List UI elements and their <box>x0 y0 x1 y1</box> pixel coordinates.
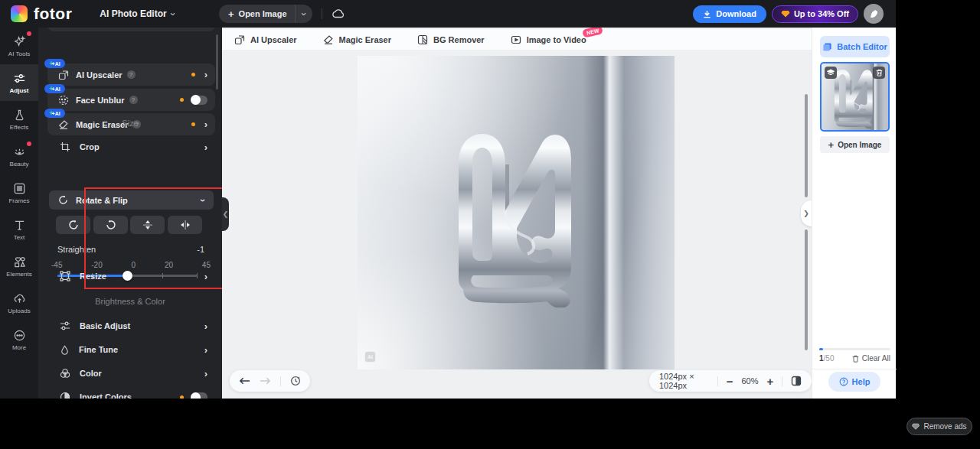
toolbar-bg-remover[interactable]: BG Remover <box>417 34 485 45</box>
download-icon <box>703 10 711 18</box>
sidebar-item-adjust[interactable]: Adjust <box>0 64 38 101</box>
upgrade-promo-button[interactable]: Up to 34% Off <box>772 5 858 23</box>
undo-button[interactable] <box>239 376 250 386</box>
row-label: Resize <box>80 272 106 281</box>
open-image-button[interactable]: + Open Image › <box>219 5 312 23</box>
invert-colors-toggle[interactable] <box>191 392 207 399</box>
panel-scrollbar[interactable] <box>216 34 218 89</box>
toggle-knob <box>191 95 201 105</box>
face-unblur-row[interactable]: Face Unblur ? <box>47 89 215 111</box>
batch-editor-label: Batch Editor <box>837 42 887 51</box>
question-icon <box>839 377 848 386</box>
invert-colors-row[interactable]: Invert Colors <box>47 387 215 399</box>
toolbar-ai-upscaler[interactable]: AI Upscaler <box>234 34 297 45</box>
clear-all-label: Clear All <box>862 354 890 363</box>
sidebar-item-beauty[interactable]: Beauty <box>0 138 38 174</box>
crop-row[interactable]: Crop › <box>47 137 215 157</box>
sidebar-item-frames[interactable]: Frames <box>0 174 38 211</box>
brightness-color-header: Brightness & Color <box>38 297 222 306</box>
rotate-flip-header[interactable]: Rotate & Flip › <box>49 190 214 210</box>
row-label: Face Unblur <box>76 96 125 105</box>
fine-tune-row[interactable]: Fine Tune › <box>47 340 215 360</box>
sidebar-item-effects[interactable]: Effects <box>0 101 38 138</box>
open-image-secondary-button[interactable]: + Open Image <box>820 136 890 153</box>
layers-badge-icon[interactable] <box>825 67 837 79</box>
face-unblur-toggle[interactable] <box>191 96 207 105</box>
download-button[interactable]: Download <box>693 5 766 23</box>
resize-icon <box>60 271 70 281</box>
uploads-cloud-icon <box>13 292 26 305</box>
open-image-dropdown-arrow[interactable]: › <box>296 5 312 23</box>
zoom-out-button[interactable]: − <box>727 376 733 387</box>
toolbar-image-to-video[interactable]: Image to Video NEW <box>511 34 586 45</box>
rotate-ccw-button[interactable] <box>93 216 128 234</box>
quota-row: 1 /50 Clear All <box>819 354 890 363</box>
batch-editor-button[interactable]: Batch Editor <box>820 36 890 57</box>
toolbar-magic-eraser[interactable]: Magic Eraser <box>323 34 391 45</box>
sliders-icon <box>60 320 70 331</box>
help-icon[interactable]: ? <box>127 70 136 79</box>
redo-button[interactable] <box>260 376 271 386</box>
more-icon <box>13 329 26 342</box>
fotor-logo-icon[interactable] <box>11 5 28 22</box>
canvas-image[interactable]: AI <box>358 56 675 369</box>
chevron-down-icon: › <box>167 12 178 15</box>
help-button[interactable]: Help <box>828 372 880 392</box>
toolbar-label: Image to Video <box>527 35 586 44</box>
sidebar-item-text[interactable]: Text <box>0 211 38 248</box>
sidebar-label: More <box>12 344 26 351</box>
color-row[interactable]: Color › <box>47 363 215 383</box>
premium-dot <box>180 98 184 102</box>
app-menu-dropdown[interactable]: AI Photo Editor › <box>100 8 175 20</box>
help-label: Help <box>852 377 871 386</box>
text-icon <box>13 219 26 232</box>
delete-image-icon[interactable] <box>873 67 885 79</box>
brand-wordmark[interactable]: fotor <box>34 5 72 23</box>
row-label: AI Upscaler <box>76 70 122 80</box>
rotate-cw-button[interactable] <box>56 216 90 234</box>
image-thumbnail[interactable] <box>820 62 890 132</box>
ai-watermark: AI <box>364 351 376 363</box>
sidebar-item-ai-tools[interactable]: AI Tools <box>0 28 38 64</box>
open-image-label: Open Image <box>239 9 287 18</box>
scrolled-row-remnant <box>47 28 215 31</box>
invert-circle-icon <box>60 392 70 399</box>
row-label: Invert Colors <box>80 392 132 399</box>
sidebar-label: Text <box>14 234 25 241</box>
toolbar-label: Magic Eraser <box>339 35 391 44</box>
panel-collapse-handle[interactable]: ❮ <box>222 197 229 231</box>
sidebar-label: Elements <box>6 271 31 278</box>
zoom-level: 60% <box>741 376 758 386</box>
zoom-in-button[interactable]: + <box>766 376 773 387</box>
bg-remover-icon <box>417 34 428 45</box>
clear-all-button[interactable]: Clear All <box>852 354 890 363</box>
flip-horizontal-button[interactable] <box>168 216 202 234</box>
adjust-sliders-icon <box>13 72 26 85</box>
left-sidebar: AI Tools Adjust Effects Beauty Frames <box>0 28 38 399</box>
upscale-icon <box>58 70 69 80</box>
basic-adjust-row[interactable]: Basic Adjust › <box>47 316 215 336</box>
download-label: Download <box>716 9 756 18</box>
remove-ads-button[interactable]: Remove ads <box>906 418 972 435</box>
canvas-toolbar: AI Upscaler Magic Eraser BG Remover Imag… <box>222 29 812 50</box>
flip-vertical-button[interactable] <box>130 216 165 234</box>
right-panel-expand-handle[interactable]: ❯ <box>801 200 812 226</box>
beauty-eye-icon <box>13 145 26 158</box>
canvas-scrollbar[interactable] <box>805 229 808 350</box>
canvas-scrollbar[interactable] <box>805 94 808 197</box>
resize-row[interactable]: Resize › <box>47 266 215 286</box>
history-button[interactable] <box>290 376 301 386</box>
chevron-right-icon: › <box>204 142 207 153</box>
open-image-label: Open Image <box>838 141 881 149</box>
compare-view-button[interactable] <box>791 376 802 386</box>
frames-icon <box>13 182 26 195</box>
help-icon[interactable]: ? <box>129 96 138 104</box>
sidebar-item-more[interactable]: More <box>0 321 38 358</box>
chevron-down-icon: › <box>298 12 309 15</box>
user-avatar[interactable] <box>864 4 884 24</box>
sidebar-item-uploads[interactable]: Uploads <box>0 285 38 321</box>
cloud-sync-icon[interactable] <box>332 8 345 19</box>
sidebar-item-elements[interactable]: Elements <box>0 248 38 285</box>
app-menu-label: AI Photo Editor <box>100 8 166 19</box>
ai-upscaler-row[interactable]: AI Upscaler ? › <box>47 63 215 86</box>
